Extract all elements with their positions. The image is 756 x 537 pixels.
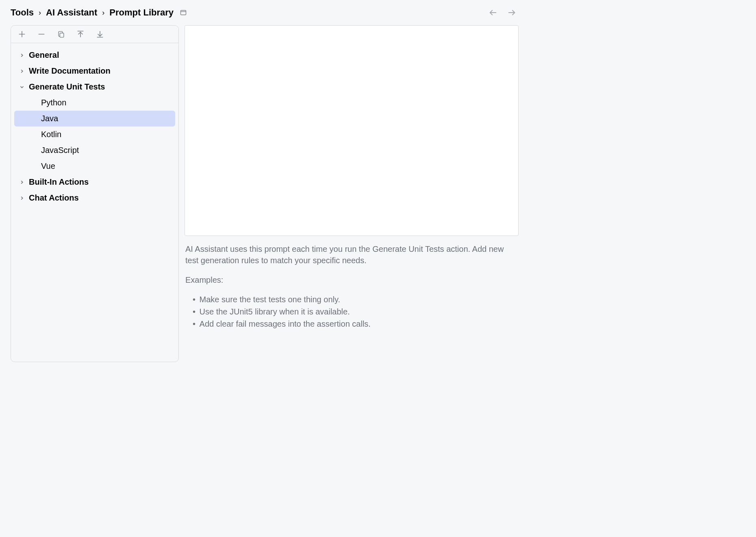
description: AI Assistant uses this prompt each time … [185, 236, 519, 330]
chevron-right-icon [19, 195, 25, 201]
tree-item-vue[interactable]: Vue [14, 158, 175, 174]
open-in-window-icon[interactable] [180, 9, 187, 16]
tree-item-kotlin[interactable]: Kotlin [14, 127, 175, 142]
tree-item-generate-unit-tests[interactable]: Generate Unit Tests [14, 79, 175, 95]
svg-rect-0 [181, 11, 186, 15]
example-item: Make sure the test tests one thing only. [193, 294, 518, 305]
example-item: Use the JUnit5 library when it is availa… [193, 306, 518, 317]
header: Tools › AI Assistant › Prompt Library [0, 0, 529, 25]
forward-button[interactable] [507, 8, 516, 17]
tree-label: Java [41, 114, 58, 123]
tree-label: Built-In Actions [29, 177, 89, 187]
breadcrumb-item-tools[interactable]: Tools [11, 7, 34, 18]
move-up-button[interactable] [76, 30, 85, 39]
description-intro: AI Assistant uses this prompt each time … [185, 243, 518, 266]
add-button[interactable] [17, 30, 26, 39]
breadcrumb-item-prompt-library[interactable]: Prompt Library [109, 7, 174, 18]
sidebar: General Write Documentation Generate Uni… [11, 25, 179, 362]
tree-label: JavaScript [41, 146, 79, 155]
tree-label: Chat Actions [29, 193, 79, 203]
tree-item-java[interactable]: Java [14, 111, 175, 127]
breadcrumb: Tools › AI Assistant › Prompt Library [11, 7, 187, 18]
tree-label: Vue [41, 162, 55, 171]
copy-button[interactable] [56, 30, 65, 39]
tree-label: Generate Unit Tests [29, 82, 105, 92]
tree-item-python[interactable]: Python [14, 95, 175, 111]
tree-item-general[interactable]: General [14, 47, 175, 63]
content: General Write Documentation Generate Uni… [0, 25, 529, 373]
tree-item-javascript[interactable]: JavaScript [14, 142, 175, 158]
tree-item-chat-actions[interactable]: Chat Actions [14, 190, 175, 206]
chevron-right-icon [19, 68, 25, 74]
tree-item-write-documentation[interactable]: Write Documentation [14, 63, 175, 79]
tree-label: Kotlin [41, 130, 61, 139]
chevron-down-icon [19, 84, 25, 90]
sidebar-toolbar [11, 26, 178, 43]
svg-rect-7 [60, 33, 64, 37]
tree: General Write Documentation Generate Uni… [11, 43, 178, 362]
tree-label: Write Documentation [29, 66, 111, 76]
tree-item-built-in-actions[interactable]: Built-In Actions [14, 174, 175, 190]
remove-button[interactable] [37, 30, 46, 39]
example-item: Add clear fail messages into the asserti… [193, 318, 518, 330]
chevron-right-icon [19, 52, 25, 58]
chevron-right-icon: › [39, 9, 41, 17]
tree-label: Python [41, 98, 66, 107]
back-button[interactable] [489, 8, 497, 17]
prompt-editor[interactable] [185, 25, 519, 236]
examples-list: Make sure the test tests one thing only.… [185, 294, 518, 330]
chevron-right-icon [19, 179, 25, 185]
tree-label: General [29, 50, 59, 60]
nav-arrows [489, 8, 519, 17]
examples-label: Examples: [185, 274, 518, 286]
chevron-right-icon: › [102, 9, 104, 17]
breadcrumb-item-ai-assistant[interactable]: AI Assistant [46, 7, 97, 18]
main-panel: AI Assistant uses this prompt each time … [185, 25, 519, 362]
move-down-button[interactable] [96, 30, 104, 39]
